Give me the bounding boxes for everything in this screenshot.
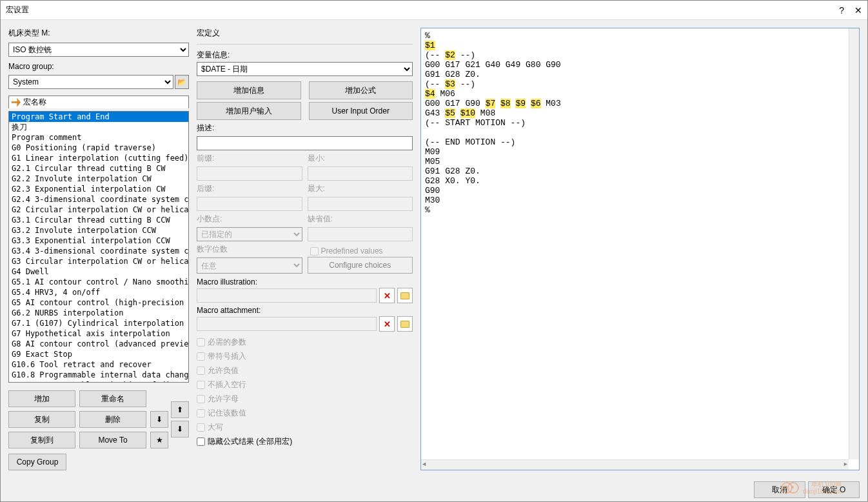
folder-icon bbox=[400, 321, 409, 328]
add-info-button[interactable]: 增加信息 bbox=[197, 81, 301, 99]
macro-settings-window: 宏设置 ? ✕ 机床类型 M: ISO 数控铣 Macro group: Sys… bbox=[0, 0, 868, 502]
macro-list-item[interactable]: Program comment bbox=[9, 132, 188, 143]
arrow-icon bbox=[12, 98, 21, 107]
copyto-button[interactable]: 复制到 bbox=[8, 432, 75, 448]
cancel-button[interactable]: 取消 bbox=[754, 481, 805, 498]
macro-list-item[interactable]: G3.3 Exponential interpolation CCW bbox=[9, 236, 188, 246]
x-icon: ✕ bbox=[384, 291, 391, 301]
copy-button[interactable]: 复制 bbox=[8, 411, 75, 428]
ok-button[interactable]: 确定 O bbox=[808, 481, 860, 498]
macro-list-header-label: 宏名称 bbox=[23, 97, 46, 108]
macro-list-item[interactable]: G7.1 (G107) Cylindrical interpolation bbox=[9, 318, 188, 328]
macro-code-editor[interactable]: %$1(-- $2 --)G00 G17 G21 G40 G49 G80 G90… bbox=[420, 28, 860, 470]
macro-list-item[interactable]: 换刀 bbox=[9, 122, 188, 132]
add-button[interactable]: 增加 bbox=[8, 390, 75, 407]
vertical-scrollbar[interactable] bbox=[849, 28, 859, 459]
star-icon: ★ bbox=[156, 436, 163, 445]
macro-group-select[interactable]: System bbox=[8, 75, 173, 89]
letters-checkbox: 允许字母 bbox=[197, 394, 413, 405]
moveto-button[interactable]: Move To bbox=[79, 432, 146, 448]
suffix-label: 后缀: bbox=[197, 183, 302, 194]
upper-checkbox: 大写 bbox=[197, 422, 413, 433]
desc-input[interactable] bbox=[197, 136, 413, 150]
macro-list-item[interactable]: G10.9 Programmable switching of diameter… bbox=[9, 380, 188, 383]
arrow-down-icon: ⬇ bbox=[156, 415, 163, 424]
negative-checkbox: 允许负值 bbox=[197, 365, 413, 376]
prefix-input bbox=[197, 166, 302, 181]
macro-list-item[interactable]: G0 Positioning (rapid traverse) bbox=[9, 143, 188, 153]
config-choices-button: Configure choices bbox=[308, 257, 413, 274]
required-checkbox: 必需的参数 bbox=[197, 337, 413, 348]
attachment-delete-button[interactable]: ✕ bbox=[379, 316, 395, 332]
macro-list[interactable]: Program Start and End换刀Program commentG0… bbox=[8, 111, 189, 383]
macro-group-label: Macro group: bbox=[8, 62, 189, 71]
macro-list-item[interactable]: G3.4 3-dimensional coordinate system con… bbox=[9, 246, 188, 256]
illustration-delete-button[interactable]: ✕ bbox=[379, 288, 395, 303]
digits-label: 数字位数 bbox=[197, 244, 302, 255]
left-panel: 机床类型 M: ISO 数控铣 Macro group: System 📂 宏名… bbox=[8, 28, 189, 470]
illustration-input bbox=[197, 288, 377, 303]
close-icon[interactable]: ✕ bbox=[854, 5, 862, 15]
copy-group-button[interactable]: Copy Group bbox=[8, 454, 66, 470]
macro-list-item[interactable]: G6.2 NURBS interpolation bbox=[9, 308, 188, 318]
machine-type-label: 机床类型 M: bbox=[8, 28, 189, 39]
macro-list-item[interactable]: G5.4 HRV3, 4 on/off bbox=[9, 287, 188, 297]
macro-list-item[interactable]: G4 Dwell bbox=[9, 266, 188, 277]
move-down2-button[interactable]: ⬇ bbox=[171, 421, 189, 437]
macro-list-item[interactable]: G5 AI contour control (high-precision co… bbox=[9, 297, 188, 308]
macro-list-item[interactable]: G7 Hypothetical axis interpolation bbox=[9, 328, 188, 339]
macro-list-header: 宏名称 bbox=[8, 95, 189, 108]
macro-list-item[interactable]: G2 Circular interpolation CW or helical … bbox=[9, 205, 188, 215]
right-panel: %$1(-- $2 --)G00 G17 G21 G40 G49 G80 G90… bbox=[420, 28, 860, 470]
macro-list-item[interactable]: G3.2 Involute interpolation CCW bbox=[9, 225, 188, 236]
rename-button[interactable]: 重命名 bbox=[79, 390, 146, 407]
hideformula-checkbox[interactable]: 隐藏公式结果 (全部用宏) bbox=[197, 436, 413, 447]
macro-list-item[interactable]: G10.6 Tool retract and recover bbox=[9, 359, 188, 370]
suffix-input bbox=[197, 197, 302, 211]
x-icon: ✕ bbox=[384, 319, 391, 329]
arrow-up-icon: ⬆ bbox=[177, 405, 183, 414]
attachment-input bbox=[197, 317, 377, 331]
folder-arrow-icon: 📂 bbox=[177, 78, 186, 86]
macro-list-item[interactable]: G3 Circular interpolation CW or helical … bbox=[9, 256, 188, 266]
attachment-label: Macro attachment: bbox=[197, 306, 413, 315]
max-label: 最大: bbox=[308, 183, 413, 194]
prefix-label: 前缀: bbox=[197, 153, 302, 164]
default-input bbox=[308, 227, 413, 241]
delete-button[interactable]: 删除 bbox=[79, 411, 146, 428]
middle-panel: 宏定义 变量信息: $DATE - 日期 增加信息 增加公式 增加用户输入 Us… bbox=[197, 28, 413, 470]
desc-label: 描述: bbox=[197, 123, 413, 134]
macro-list-item[interactable]: Program Start and End bbox=[9, 112, 188, 122]
move-down-button[interactable]: ⬇ bbox=[150, 411, 168, 428]
macro-list-item[interactable]: G10.8 Programmable internal data change bbox=[9, 370, 188, 380]
arrow-down2-icon: ⬇ bbox=[177, 425, 183, 434]
attachment-browse-button[interactable] bbox=[397, 316, 413, 332]
decimal-select: 已指定的 bbox=[197, 227, 302, 241]
digits-select: 任意 bbox=[197, 257, 302, 274]
macro-list-item[interactable]: G9 Exact Stop bbox=[9, 349, 188, 359]
favorite-button[interactable]: ★ bbox=[150, 432, 168, 448]
macro-list-item[interactable]: G2.1 Circular thread cutting B CW bbox=[9, 163, 188, 174]
var-info-select[interactable]: $DATE - 日期 bbox=[197, 62, 413, 76]
machine-type-select[interactable]: ISO 数控铣 bbox=[8, 43, 189, 57]
macro-list-item[interactable]: G5.1 AI contour control / Nano smoothing… bbox=[9, 277, 188, 287]
add-formula-button[interactable]: 增加公式 bbox=[309, 81, 413, 99]
macro-list-item[interactable]: G2.4 3-dimensional coordinate system con… bbox=[9, 194, 188, 205]
help-icon[interactable]: ? bbox=[839, 5, 844, 15]
illustration-label: Macro illustration: bbox=[197, 277, 413, 286]
predef-checkbox: Predefined values bbox=[310, 246, 413, 256]
decimal-label: 小数点: bbox=[197, 214, 302, 225]
macro-list-item[interactable]: G3.1 Circular thread cutting B CCW bbox=[9, 215, 188, 225]
browse-group-button[interactable]: 📂 bbox=[175, 75, 189, 89]
add-userinput-button[interactable]: 增加用户输入 bbox=[197, 102, 301, 120]
illustration-browse-button[interactable] bbox=[397, 288, 413, 303]
macro-list-item[interactable]: G8 AI contour control (advanced preview … bbox=[9, 339, 188, 349]
signed-checkbox: 带符号插入 bbox=[197, 351, 413, 362]
horizontal-scrollbar[interactable]: ◄► bbox=[421, 459, 849, 470]
macro-list-item[interactable]: G2.2 Involute interpolation CW bbox=[9, 174, 188, 184]
macro-list-item[interactable]: G2.3 Exponential interpolation CW bbox=[9, 184, 188, 194]
macro-list-item[interactable]: G1 Linear interpolation (cutting feed) bbox=[9, 153, 188, 163]
userinput-order-button[interactable]: User Input Order bbox=[309, 102, 413, 120]
max-input bbox=[308, 197, 413, 211]
move-up-button[interactable]: ⬆ bbox=[171, 401, 189, 418]
